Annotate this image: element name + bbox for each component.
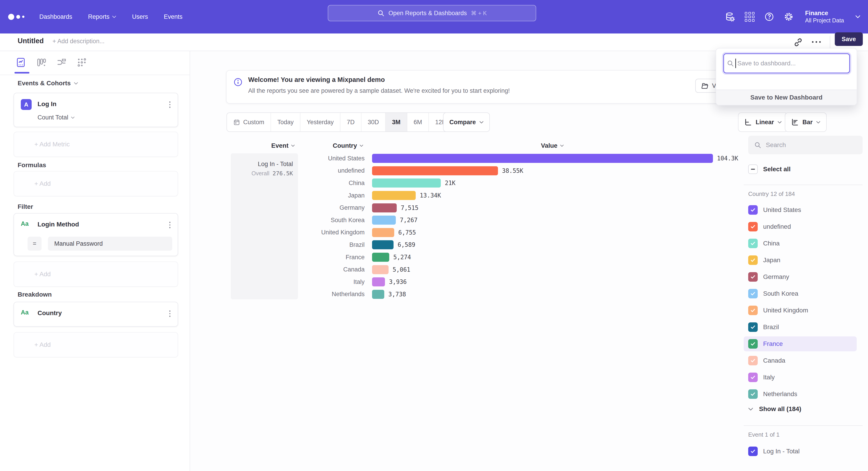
legend-item-italy[interactable]: Italy [744, 370, 857, 385]
range-6m[interactable]: 6M [407, 113, 429, 131]
checked-checkbox-icon [748, 289, 758, 298]
legend-item-japan[interactable]: Japan [744, 253, 857, 268]
add-description-placeholder[interactable]: + Add description... [53, 38, 104, 45]
legend-item-south-korea[interactable]: South Korea [744, 286, 857, 301]
chart-type-selector[interactable]: Bar [785, 112, 827, 132]
metric-card[interactable]: A Log In Count Total [13, 93, 178, 127]
value-label: 5,274 [393, 254, 411, 261]
legend-item-brazil[interactable]: Brazil [744, 320, 857, 334]
filter-property-name[interactable]: Login Method [37, 221, 79, 228]
nav-item-events[interactable]: Events [164, 13, 183, 20]
legend-item-germany[interactable]: Germany [744, 269, 857, 284]
chevron-down-icon [74, 82, 78, 85]
events-section-label[interactable]: Events & Cohorts [18, 80, 78, 87]
breakdown-property-name[interactable]: Country [37, 310, 62, 317]
range-today[interactable]: Today [271, 113, 300, 131]
chart-row: China21K [231, 177, 738, 189]
chart-row: United Kingdom6,755 [231, 227, 738, 239]
filter-card[interactable]: Aa Login Method = Manual Password [13, 213, 178, 256]
save-dashboard-placeholder: Save to dashboard... [737, 60, 796, 67]
aggregation-selector[interactable]: Count Total [37, 114, 74, 121]
column-header-event[interactable]: Event [271, 142, 295, 149]
save-button[interactable]: Save [835, 32, 863, 46]
bar[interactable] [372, 277, 385, 286]
bar[interactable] [372, 154, 713, 163]
search-icon [727, 60, 734, 67]
range-3m[interactable]: 3M [385, 113, 407, 131]
kebab-menu-icon[interactable] [168, 220, 172, 230]
legend-item-undefined[interactable]: undefined [744, 219, 857, 234]
mixpanel-logo[interactable] [8, 14, 33, 20]
legend-item-china[interactable]: China [744, 236, 857, 251]
help-icon[interactable] [765, 12, 774, 22]
search-icon [377, 9, 384, 17]
filter-value-field[interactable]: Manual Password [48, 237, 172, 251]
tab-retention[interactable] [75, 56, 88, 69]
range-yesterday[interactable]: Yesterday [300, 113, 340, 131]
bar[interactable] [372, 203, 397, 212]
legend-item-canada[interactable]: Canada [744, 353, 857, 368]
bar[interactable] [372, 240, 394, 249]
copy-link-icon[interactable] [794, 37, 803, 47]
bar[interactable] [372, 253, 389, 262]
select-all-checkbox[interactable]: Select all [748, 165, 790, 174]
filter-operator[interactable]: = [28, 237, 41, 251]
chevron-down-icon [855, 15, 860, 18]
nav-item-users[interactable]: Users [132, 13, 148, 20]
value-label: 6,755 [398, 229, 416, 236]
chevron-down-icon [71, 117, 74, 119]
bar[interactable] [372, 166, 498, 175]
kebab-menu-icon[interactable] [168, 309, 172, 318]
save-dashboard-search-input[interactable]: Save to dashboard... [723, 53, 850, 73]
chart-row: Canada5,061 [231, 263, 738, 276]
bar[interactable] [372, 265, 389, 274]
legend-search-input[interactable]: Search [748, 136, 863, 154]
metric-event-name[interactable]: Log In [37, 100, 57, 108]
legend-search-placeholder: Search [766, 141, 786, 149]
tab-funnels[interactable] [35, 56, 48, 69]
breakdown-card[interactable]: Aa Country [13, 302, 178, 327]
legend-item-united-kingdom[interactable]: United Kingdom [744, 303, 857, 318]
add-metric-button[interactable]: + Add Metric [13, 132, 178, 157]
checked-checkbox-icon [748, 222, 758, 231]
bar[interactable] [372, 191, 416, 200]
legend-item-netherlands[interactable]: Netherlands [744, 387, 857, 402]
legend-item-france[interactable]: France [744, 336, 857, 351]
range-30d[interactable]: 30D [361, 113, 385, 131]
report-title[interactable]: Untitled [18, 37, 43, 45]
chart-row: Japan13.34K [231, 189, 738, 202]
global-search-button[interactable]: Open Reports & Dashboards ⌘ + K [328, 5, 536, 21]
project-switcher[interactable]: Finance All Project Data [805, 9, 844, 24]
tab-insights[interactable] [14, 56, 27, 69]
apps-grid-icon[interactable] [745, 12, 754, 22]
divider [744, 185, 863, 185]
settings-gear-icon[interactable] [784, 12, 794, 22]
column-header-country[interactable]: Country [333, 142, 363, 149]
add-formula-button[interactable]: + Add [13, 171, 178, 196]
value-label: 7,515 [401, 205, 418, 211]
event-legend-item[interactable]: Log In - Total [744, 444, 800, 459]
string-type-icon: Aa [21, 220, 29, 227]
bar[interactable] [372, 178, 441, 187]
scale-selector[interactable]: Linear [738, 112, 788, 132]
compare-button[interactable]: Compare [443, 112, 490, 132]
nav-item-dashboards[interactable]: Dashboards [39, 13, 72, 20]
data-management-icon[interactable] [725, 12, 735, 22]
legend-item-united-states[interactable]: United States [744, 203, 857, 217]
bar[interactable] [372, 228, 394, 237]
add-breakdown-button[interactable]: + Add [13, 332, 178, 357]
range-7d[interactable]: 7D [340, 113, 361, 131]
tab-flows[interactable] [55, 56, 68, 69]
divider [744, 425, 863, 426]
save-to-new-dashboard-button[interactable]: Save to New Dashboard [716, 90, 857, 105]
bar[interactable] [372, 290, 384, 299]
range-custom[interactable]: Custom [227, 113, 271, 131]
report-type-tabs [14, 56, 88, 69]
column-header-value[interactable]: Value [541, 142, 564, 149]
more-options-icon[interactable] [812, 41, 821, 43]
add-filter-button[interactable]: + Add [13, 262, 178, 287]
kebab-menu-icon[interactable] [168, 100, 172, 109]
nav-item-reports[interactable]: Reports [88, 13, 116, 20]
bar[interactable] [372, 215, 396, 225]
show-all-toggle[interactable]: Show all (184) [748, 405, 801, 413]
